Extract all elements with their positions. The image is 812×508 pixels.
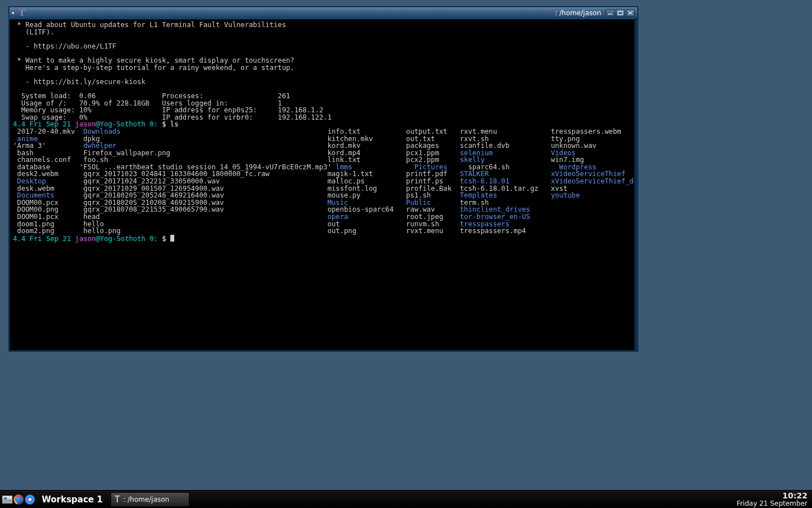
minimize-button[interactable] — [606, 9, 615, 17]
firefox-icon[interactable] — [14, 494, 24, 505]
terminal-app-icon: T — [19, 8, 25, 18]
titlebar-dot-icon — [12, 12, 14, 14]
svg-rect-0 — [618, 11, 623, 15]
maximize-button[interactable] — [616, 9, 625, 17]
taskbar-left: Workspace 1 T : /home/jason — [2, 492, 189, 507]
terminal-window: T : /home/jason * Read about Ubuntu upda… — [9, 7, 638, 351]
terminal-output[interactable]: * Read about Ubuntu updates for L1 Termi… — [10, 19, 637, 351]
terminal-scrollbar[interactable] — [634, 19, 637, 351]
clock-date: Friday 21 September — [736, 500, 807, 507]
taskbar-clock[interactable]: 10:22 Friday 21 September — [736, 492, 807, 507]
show-desktop-icon[interactable] — [2, 494, 12, 505]
close-button[interactable] — [626, 9, 635, 17]
chromium-icon[interactable] — [25, 494, 35, 505]
taskbar-task-terminal[interactable]: T : /home/jason — [111, 492, 189, 507]
clock-time: 10:22 — [736, 492, 807, 500]
workspace-label[interactable]: Workspace 1 — [42, 494, 103, 505]
titlebar-left: T — [12, 8, 25, 18]
terminal-app-icon: T — [114, 494, 120, 505]
task-label: : /home/jason — [123, 496, 169, 503]
taskbar: Workspace 1 T : /home/jason 10:22 Friday… — [0, 490, 812, 508]
window-titlebar[interactable]: T : /home/jason — [10, 7, 637, 19]
window-title: : /home/jason — [555, 9, 601, 17]
